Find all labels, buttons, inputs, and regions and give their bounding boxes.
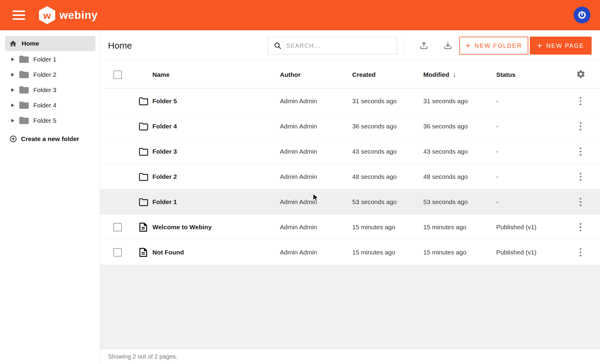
table-row-folder-3[interactable]: Folder 3 Admin Admin 43 seconds ago 43 s…	[100, 139, 600, 164]
caret-right-icon[interactable]	[11, 104, 14, 107]
row-actions-menu[interactable]	[578, 221, 583, 233]
sidebar-item-folder-2[interactable]: Folder 2	[0, 67, 100, 82]
caret-right-icon[interactable]	[11, 58, 14, 61]
caret-right-icon[interactable]	[11, 88, 14, 92]
folder-icon	[139, 122, 148, 131]
row-modified: 31 seconds ago	[423, 98, 468, 105]
row-author: Admin Admin	[280, 198, 317, 206]
new-page-label: NEW PAGE	[546, 42, 584, 49]
row-status: -	[496, 198, 498, 206]
caret-right-icon[interactable]	[11, 73, 14, 77]
gear-icon	[576, 69, 586, 79]
sidebar-item-home[interactable]: Home	[5, 36, 95, 51]
create-new-folder-button[interactable]: Create a new folder	[0, 132, 100, 146]
sidebar-item-label: Folder 1	[33, 56, 56, 63]
row-created: 31 seconds ago	[352, 98, 397, 105]
new-folder-button[interactable]: + NEW FOLDER	[459, 37, 528, 55]
sidebar-item-folder-3[interactable]: Folder 3	[0, 82, 100, 98]
import-pages-button[interactable]	[417, 40, 430, 52]
page-icon	[139, 222, 148, 232]
table-row-folder-5[interactable]: Folder 5 Admin Admin 31 seconds ago 31 s…	[100, 89, 600, 114]
row-name[interactable]: Folder 4	[152, 123, 177, 130]
export-pages-button[interactable]	[441, 40, 454, 52]
row-checkbox[interactable]	[113, 248, 122, 257]
row-created: 48 seconds ago	[352, 173, 397, 180]
logo-letter: w	[44, 11, 51, 20]
new-folder-label: NEW FOLDER	[475, 42, 522, 49]
column-header-created[interactable]: Created	[352, 71, 376, 78]
row-created: 15 minutes ago	[352, 224, 395, 231]
row-name[interactable]: Folder 5	[152, 98, 177, 105]
plus-icon: +	[537, 41, 542, 50]
row-actions-menu[interactable]	[578, 146, 583, 158]
folder-icon	[19, 116, 29, 125]
plus-icon: +	[466, 41, 470, 50]
home-icon	[9, 40, 17, 48]
folder-icon	[139, 147, 148, 156]
user-avatar[interactable]	[574, 7, 590, 23]
sidebar-item-label: Home	[22, 40, 39, 47]
column-header-author[interactable]: Author	[280, 71, 301, 78]
sidebar-item-label: Folder 2	[33, 71, 56, 78]
row-modified: 15 minutes ago	[423, 224, 466, 231]
row-modified: 48 seconds ago	[423, 173, 468, 180]
row-actions-menu[interactable]	[578, 171, 583, 183]
folder-icon	[139, 172, 148, 181]
row-name[interactable]: Not Found	[152, 249, 184, 256]
row-actions-menu[interactable]	[578, 196, 583, 208]
row-author: Admin Admin	[280, 123, 317, 130]
row-author: Admin Admin	[280, 173, 317, 180]
row-actions-menu[interactable]	[578, 246, 583, 258]
row-name[interactable]: Folder 2	[152, 173, 177, 180]
row-name[interactable]: Folder 3	[152, 148, 177, 155]
download-icon	[443, 41, 453, 50]
row-modified: 15 minutes ago	[423, 249, 466, 256]
row-status: Published (v1)	[496, 249, 536, 256]
table-row-page-not-found[interactable]: Not Found Admin Admin 15 minutes ago 15 …	[100, 240, 600, 265]
table-settings-button[interactable]	[575, 69, 586, 80]
table-row-folder-4[interactable]: Folder 4 Admin Admin 36 seconds ago 36 s…	[100, 114, 600, 139]
row-name[interactable]: Welcome to Webiny	[152, 224, 212, 231]
create-new-folder-label: Create a new folder	[21, 135, 79, 143]
brand-logo[interactable]: w webiny	[39, 6, 98, 24]
pagination-status-text: Showing 2 out of 2 pages.	[108, 353, 177, 360]
column-header-modified[interactable]: Modified↓	[423, 71, 456, 79]
folder-icon	[19, 55, 29, 63]
menu-icon[interactable]	[13, 11, 25, 20]
row-status: -	[496, 148, 498, 155]
page-title: Home	[108, 41, 132, 51]
sort-descending-icon: ↓	[453, 71, 456, 78]
column-header-status[interactable]: Status	[496, 71, 515, 78]
sidebar-item-label: Folder 3	[33, 86, 56, 94]
page-icon	[139, 247, 148, 257]
row-checkbox[interactable]	[113, 223, 122, 231]
folder-icon	[19, 101, 29, 109]
row-status: Published (v1)	[496, 224, 536, 231]
row-status: -	[496, 98, 498, 105]
sidebar-item-folder-1[interactable]: Folder 1	[0, 52, 100, 67]
row-actions-menu[interactable]	[578, 120, 583, 132]
row-name[interactable]: Folder 1	[152, 198, 177, 206]
row-author: Admin Admin	[280, 224, 317, 231]
empty-table-area	[100, 265, 600, 349]
folder-icon	[19, 71, 29, 79]
table-row-page-welcome[interactable]: Welcome to Webiny Admin Admin 15 minutes…	[100, 215, 600, 240]
select-all-checkbox[interactable]	[113, 71, 122, 79]
webiny-hexagon-icon: w	[39, 6, 55, 24]
row-created: 36 seconds ago	[352, 123, 397, 130]
folder-icon	[139, 97, 148, 106]
new-page-button[interactable]: + NEW PAGE	[530, 37, 592, 55]
column-header-name[interactable]: Name	[152, 71, 170, 78]
row-modified: 53 seconds ago	[423, 198, 468, 206]
caret-right-icon[interactable]	[11, 119, 14, 122]
table-row-folder-1[interactable]: Folder 1 Admin Admin 53 seconds ago 53 s…	[100, 189, 600, 215]
table-row-folder-2[interactable]: Folder 2 Admin Admin 48 seconds ago 48 s…	[100, 164, 600, 189]
search-input[interactable]	[286, 37, 397, 54]
row-actions-menu[interactable]	[578, 95, 583, 107]
sidebar-item-folder-4[interactable]: Folder 4	[0, 98, 100, 113]
plus-circle-icon	[9, 135, 17, 143]
sidebar-item-folder-5[interactable]: Folder 5	[0, 113, 100, 128]
folder-tree-sidebar: Home Folder 1 Folder 2	[0, 30, 100, 364]
upload-icon	[419, 41, 429, 50]
row-author: Admin Admin	[280, 148, 317, 155]
